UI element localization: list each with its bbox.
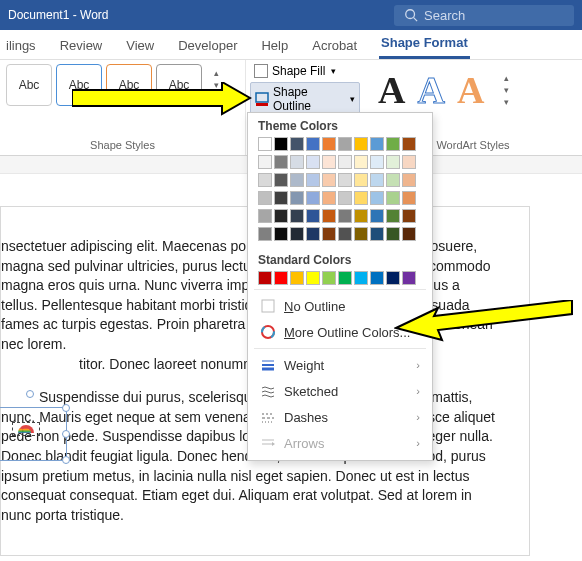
resize-handle[interactable] [62,456,70,464]
color-swatch[interactable] [322,137,336,151]
color-swatch[interactable] [306,173,320,187]
color-swatch[interactable] [258,173,272,187]
color-swatch[interactable] [322,191,336,205]
color-swatch[interactable] [354,191,368,205]
shape-outline-button[interactable]: Shape Outline ▾ [250,82,360,116]
color-swatch[interactable] [370,155,384,169]
color-swatch[interactable] [338,173,352,187]
color-swatch[interactable] [386,155,400,169]
color-swatch[interactable] [386,227,400,241]
color-swatch[interactable] [402,155,416,169]
color-swatch[interactable] [338,137,352,151]
tab-help[interactable]: Help [259,32,290,59]
color-swatch[interactable] [370,209,384,223]
wordart-style-a2[interactable]: A [417,68,444,112]
color-swatch[interactable] [402,191,416,205]
color-swatch[interactable] [386,191,400,205]
color-swatch[interactable] [338,227,352,241]
tab-acrobat[interactable]: Acrobat [310,32,359,59]
color-swatch[interactable] [338,209,352,223]
color-swatch[interactable] [322,173,336,187]
shape-fill-button[interactable]: Shape Fill ▾ [250,62,360,80]
sketched-icon [260,383,276,399]
color-swatch[interactable] [290,155,304,169]
color-swatch[interactable] [258,227,272,241]
color-swatch[interactable] [306,191,320,205]
color-swatch[interactable] [354,209,368,223]
color-swatch[interactable] [386,209,400,223]
resize-handle[interactable] [62,430,70,438]
tab-shape-format[interactable]: Shape Format [379,29,470,59]
color-swatch[interactable] [386,173,400,187]
shape-style-preview[interactable]: Abc [6,64,52,106]
color-swatch[interactable] [354,173,368,187]
dashes-item[interactable]: Dashes › [248,404,432,430]
color-swatch[interactable] [290,137,304,151]
color-swatch[interactable] [290,191,304,205]
rotate-handle[interactable] [26,390,34,398]
color-swatch[interactable] [290,227,304,241]
wordart-gallery[interactable]: A A A ▴ ▾ ▾ [370,64,576,116]
tab-review[interactable]: Review [58,32,105,59]
color-swatch[interactable] [258,271,272,285]
no-outline-icon [260,298,276,314]
color-swatch[interactable] [274,209,288,223]
color-swatch[interactable] [354,155,368,169]
color-swatch[interactable] [290,271,304,285]
color-swatch[interactable] [402,209,416,223]
gallery-more-button[interactable]: ▴ ▾ ▾ [498,73,514,107]
color-swatch[interactable] [274,227,288,241]
color-swatch[interactable] [386,137,400,151]
color-swatch[interactable] [274,173,288,187]
color-swatch[interactable] [402,173,416,187]
color-swatch[interactable] [274,155,288,169]
color-swatch[interactable] [322,155,336,169]
color-swatch[interactable] [354,271,368,285]
color-swatch[interactable] [306,155,320,169]
color-swatch[interactable] [370,271,384,285]
color-swatch[interactable] [370,173,384,187]
tab-view[interactable]: View [124,32,156,59]
selected-shape[interactable] [0,407,67,461]
tab-ilings[interactable]: ilings [4,32,38,59]
color-swatch[interactable] [370,137,384,151]
color-swatch[interactable] [338,191,352,205]
color-swatch[interactable] [386,271,400,285]
color-swatch[interactable] [322,227,336,241]
color-swatch[interactable] [306,137,320,151]
color-swatch[interactable] [258,209,272,223]
color-swatch[interactable] [322,271,336,285]
color-swatch[interactable] [354,137,368,151]
color-swatch[interactable] [290,173,304,187]
color-swatch[interactable] [306,227,320,241]
chevron-down-icon: ▾ [504,97,509,107]
color-swatch[interactable] [402,271,416,285]
sketched-item[interactable]: Sketched › [248,378,432,404]
color-swatch[interactable] [274,137,288,151]
color-swatch[interactable] [322,209,336,223]
color-swatch[interactable] [402,227,416,241]
color-swatch[interactable] [306,271,320,285]
color-swatch[interactable] [354,227,368,241]
color-swatch[interactable] [306,209,320,223]
color-swatch[interactable] [370,191,384,205]
color-swatch[interactable] [402,137,416,151]
color-swatch[interactable] [258,191,272,205]
color-swatch[interactable] [370,227,384,241]
color-swatch[interactable] [258,155,272,169]
color-swatch[interactable] [258,137,272,151]
color-swatch[interactable] [338,155,352,169]
color-swatch[interactable] [274,271,288,285]
dashes-icon [260,409,276,425]
search-box[interactable]: Search [394,5,574,26]
tab-developer[interactable]: Developer [176,32,239,59]
wordart-style-a1[interactable]: A [378,68,405,112]
color-swatch[interactable] [274,191,288,205]
resize-handle[interactable] [62,404,70,412]
title-bar: Document1 - Word Search [0,0,582,30]
color-swatch[interactable] [290,209,304,223]
color-swatch[interactable] [338,271,352,285]
weight-item[interactable]: Weight › [248,352,432,378]
wordart-style-a3[interactable]: A [457,68,484,112]
svg-rect-2 [256,93,268,102]
